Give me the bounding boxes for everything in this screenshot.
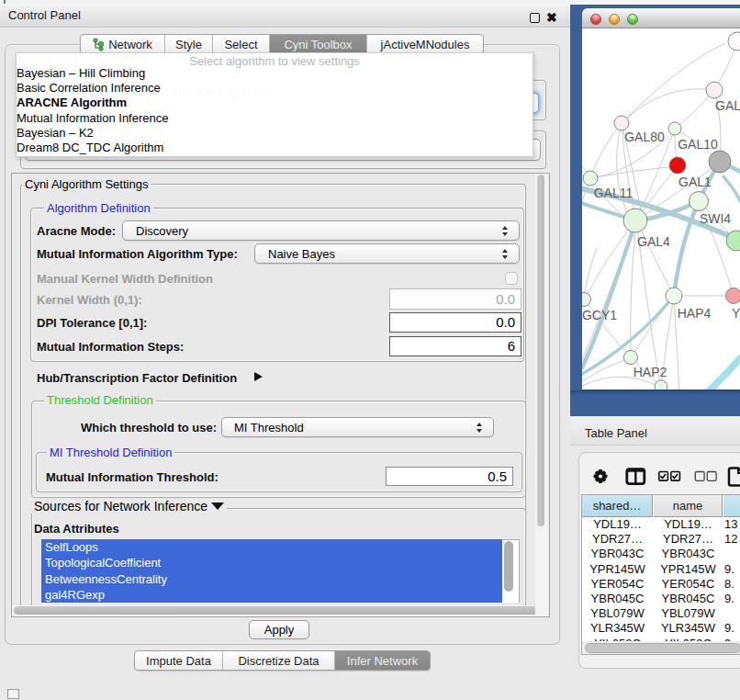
svg-text:Y: Y <box>732 306 740 321</box>
svg-text:GAL80: GAL80 <box>624 130 665 144</box>
svg-text:GAL1: GAL1 <box>678 175 712 189</box>
svg-text:SWI4: SWI4 <box>700 211 731 226</box>
svg-text:HAP4: HAP4 <box>678 306 712 321</box>
svg-text:HAP2: HAP2 <box>633 365 667 379</box>
svg-text:GAL11: GAL11 <box>594 186 633 200</box>
svg-text:GCY1: GCY1 <box>582 308 617 322</box>
svg-text:GAL4: GAL4 <box>637 234 670 249</box>
svg-text:GAL10: GAL10 <box>678 137 718 152</box>
svg-text:GAL2: GAL2 <box>715 98 740 113</box>
